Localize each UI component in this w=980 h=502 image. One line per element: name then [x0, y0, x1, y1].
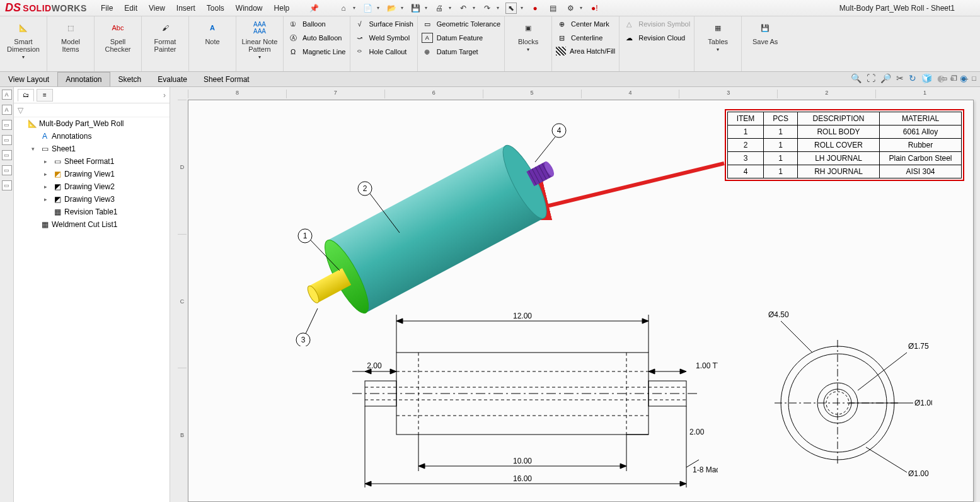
svg-line-64: [858, 353, 907, 390]
menu-file[interactable]: File: [101, 4, 113, 13]
ruler-horizontal: 87654321: [188, 90, 974, 98]
tab-annotation[interactable]: Annotation: [57, 72, 110, 86]
tree-filter[interactable]: ▽: [14, 103, 170, 117]
zoom-fit-icon[interactable]: 🔍: [851, 73, 862, 83]
menu-insert[interactable]: Insert: [176, 4, 195, 13]
undo-icon[interactable]: ↶: [458, 3, 469, 14]
blocks-button[interactable]: ▣Blocks▾: [505, 16, 552, 71]
options-list-icon[interactable]: ▤: [547, 3, 558, 14]
tab-sketch[interactable]: Sketch: [110, 72, 150, 86]
smart-dimension-button[interactable]: 📐Smart Dimension▾: [0, 16, 47, 71]
model-items-button[interactable]: ⬚Model Items: [47, 16, 95, 71]
save-as-button[interactable]: 💾Save As: [742, 16, 788, 71]
tree-root[interactable]: 📐Mult-Body Part_Web Roll: [14, 117, 170, 130]
settings-icon[interactable]: ⚙: [565, 3, 576, 14]
print-icon[interactable]: 🖨: [434, 3, 445, 14]
rail-icon-7[interactable]: ▭: [2, 180, 12, 190]
bom-table[interactable]: ITEM PCS DESCRIPTION MATERIAL 11ROLL BOD…: [725, 109, 964, 181]
section-view-icon[interactable]: ✂: [896, 73, 904, 83]
save-icon[interactable]: 💾: [410, 3, 421, 14]
traffic-icon[interactable]: ●: [529, 3, 541, 14]
rail-icon-3[interactable]: ▭: [2, 120, 12, 130]
menu-bar: File Edit View Insert Tools Window Help …: [95, 4, 319, 13]
tab-evaluate[interactable]: Evaluate: [149, 72, 195, 86]
rail-icon-2[interactable]: A: [2, 105, 12, 115]
balloon-button[interactable]: ①Balloon: [287, 19, 346, 29]
dim-2: 2.00: [367, 361, 382, 370]
datum-feature-button[interactable]: ADatum Feature: [422, 33, 500, 43]
linear-note-pattern-button[interactable]: AAAAAALinear Note Pattern▾: [236, 16, 284, 71]
rail-icon-5[interactable]: ▭: [2, 150, 12, 160]
tree-tab-property[interactable]: ≡: [37, 89, 53, 102]
center-mark-button[interactable]: ⊕Center Mark: [556, 19, 615, 29]
menu-tools[interactable]: Tools: [207, 4, 224, 13]
drawing-view-front: 12.00 2.00 1.00 TYP 10.00 16.00 2.00 1-8…: [340, 308, 718, 491]
svg-marker-49: [620, 464, 626, 469]
zoom-area-icon[interactable]: ⛶: [867, 73, 875, 83]
menu-help[interactable]: Help: [274, 4, 290, 13]
pin-icon[interactable]: 📌: [309, 4, 319, 13]
window-controls: ▭ ❐ — □: [941, 74, 976, 83]
drawing-canvas[interactable]: 87654321 DCB ITEM PCS DESCRIPTION MATERI…: [170, 87, 980, 502]
zoom-prev-icon[interactable]: 🔎: [880, 73, 891, 83]
svg-marker-48: [418, 464, 425, 469]
weld-symbol-button[interactable]: ⤻Weld Symbol: [354, 33, 413, 43]
geometric-tolerance-button[interactable]: ▭Geometric Tolerance: [422, 19, 500, 29]
warning-icon[interactable]: ●!: [589, 3, 600, 14]
tree-sheet1[interactable]: ▾▭Sheet1: [14, 143, 170, 155]
rail-icon-6[interactable]: ▭: [2, 165, 12, 175]
tree-drawing-view1[interactable]: ▸◩Drawing View1: [14, 168, 170, 180]
auto-balloon-button[interactable]: ⒶAuto Balloon: [287, 33, 346, 43]
note-button[interactable]: ANote: [189, 16, 236, 71]
surface-finish-button[interactable]: √Surface Finish: [354, 19, 413, 29]
tree-drawing-view3[interactable]: ▸◩Drawing View3: [14, 193, 170, 206]
menu-edit[interactable]: Edit: [124, 4, 137, 13]
revision-cloud-button[interactable]: ☁Revision Cloud: [623, 33, 690, 43]
rail-icon-1[interactable]: A: [2, 90, 12, 100]
restore-panel-icon[interactable]: ❐: [951, 74, 957, 83]
select-icon[interactable]: ⬉: [505, 3, 517, 14]
magnetic-line-button[interactable]: ΩMagnetic Line: [287, 47, 346, 57]
spell-checker-button[interactable]: AbcSpell Checker: [95, 16, 142, 71]
tree-expand-icon[interactable]: ›: [163, 91, 166, 100]
redo-icon[interactable]: ↷: [481, 3, 493, 14]
home-icon[interactable]: ⌂: [338, 3, 349, 14]
menu-view[interactable]: View: [149, 4, 165, 13]
feature-manager-tree: 🗂 ≡ › ▽ 📐Mult-Body Part_Web Roll AAnnota…: [14, 87, 170, 502]
tables-button[interactable]: ▦Tables▾: [695, 16, 742, 71]
menu-window[interactable]: Window: [236, 4, 263, 13]
tree-annotations[interactable]: AAnnotations: [14, 130, 170, 143]
centerline-button[interactable]: ⊟Centerline: [556, 33, 615, 43]
datum-target-button[interactable]: ⊕Datum Target: [422, 47, 500, 57]
new-icon[interactable]: 📄: [362, 3, 373, 14]
svg-marker-36: [642, 318, 649, 324]
open-icon[interactable]: 📂: [386, 3, 397, 14]
bom-header-description: DESCRIPTION: [798, 112, 880, 126]
bom-row: 11ROLL BODY6061 Alloy: [727, 126, 961, 139]
tree-drawing-view2[interactable]: ▸◩Drawing View2: [14, 180, 170, 193]
view-orient-icon[interactable]: ↻: [909, 73, 916, 83]
rail-icon-4[interactable]: ▭: [2, 135, 12, 145]
app-logo: DS SOLIDWORKS: [0, 1, 95, 15]
collapse-panel-icon[interactable]: ▭: [941, 74, 947, 83]
area-hatch-button[interactable]: Area Hatch/Fill: [556, 47, 615, 55]
tree-weldment-cut-list[interactable]: ▦Weldment Cut List1: [14, 218, 170, 231]
tab-view-layout[interactable]: View Layout: [0, 72, 57, 86]
display-style-icon[interactable]: 🧊: [921, 73, 932, 83]
bom-row: 31LH JOURNALPlain Carbon Steel: [727, 152, 961, 165]
hole-callout-button[interactable]: ⌔Hole Callout: [354, 47, 413, 57]
tree-revision-table[interactable]: ▦Revision Table1: [14, 206, 170, 218]
title-bar: DS SOLIDWORKS File Edit View Insert Tool…: [0, 0, 980, 16]
minimize-panel-icon[interactable]: —: [961, 74, 968, 83]
maximize-panel-icon[interactable]: □: [972, 74, 976, 83]
tab-sheet-format[interactable]: Sheet Format: [195, 72, 258, 86]
drawing-sheet: ITEM PCS DESCRIPTION MATERIAL 11ROLL BOD…: [188, 100, 974, 502]
balloon-2: 2: [363, 184, 367, 193]
tree-tab-feature[interactable]: 🗂: [18, 89, 34, 102]
tree-sheet-format[interactable]: ▸▭Sheet Format1: [14, 155, 170, 168]
format-painter-button[interactable]: 🖌Format Painter: [142, 16, 189, 71]
svg-marker-38: [390, 369, 396, 374]
balloon-3: 3: [301, 336, 306, 344]
revision-symbol-button: △Revision Symbol: [623, 19, 690, 29]
bom-header-pcs: PCS: [764, 112, 798, 126]
